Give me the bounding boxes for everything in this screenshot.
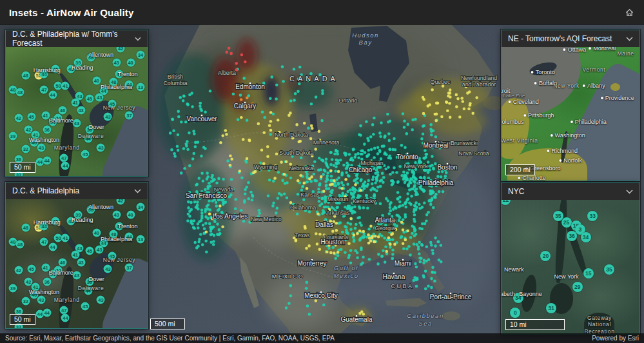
aqi-marker[interactable]: 47 (40, 238, 48, 246)
aqi-marker[interactable]: 45 (85, 95, 93, 103)
inset-ne-forecast-header[interactable]: NE - Tomorrow's AQI Forecast (502, 30, 639, 47)
aqi-marker[interactable]: 43 (104, 113, 112, 121)
aqi-marker[interactable]: 47 (40, 86, 48, 94)
aqi-marker[interactable]: 42 (117, 199, 125, 205)
aqi-marker[interactable]: 36 (567, 231, 577, 241)
aqi-marker[interactable]: 34 (513, 293, 523, 303)
aqi-marker[interactable]: 42 (14, 266, 23, 275)
aqi-marker[interactable]: 48 (110, 78, 118, 86)
aqi-marker[interactable]: 39 (9, 132, 17, 141)
aqi-marker[interactable]: 36 (43, 278, 51, 286)
aqi-marker[interactable]: 43 (97, 144, 105, 152)
home-button[interactable] (614, 0, 644, 24)
aqi-marker[interactable]: 20 (540, 251, 551, 261)
aqi-marker[interactable]: 35 (604, 264, 614, 275)
aqi-marker[interactable]: 13 (137, 83, 145, 92)
aqi-marker[interactable]: 37 (125, 112, 133, 120)
aqi-marker[interactable]: 43 (67, 65, 75, 74)
aqi-marker[interactable]: 43 (37, 296, 46, 304)
aqi-marker[interactable]: 25 (561, 217, 572, 228)
aqi-marker[interactable]: 42 (117, 47, 125, 53)
aqi-marker[interactable]: 39 (9, 284, 17, 293)
aqi-marker[interactable]: 43 (77, 259, 85, 267)
aqi-marker[interactable]: 44 (40, 70, 48, 79)
aqi-marker[interactable]: 44 (48, 118, 57, 126)
aqi-marker[interactable]: 45 (27, 265, 35, 273)
aqi-marker[interactable]: 44 (84, 287, 92, 295)
aqi-marker[interactable]: 41 (41, 112, 50, 120)
aqi-marker[interactable]: 41 (71, 251, 79, 259)
aqi-marker[interactable]: 39 (74, 211, 83, 219)
inset-dc-current-map[interactable]: AllentownReadingHarrisburgTrentonPhilade… (6, 199, 148, 328)
aqi-marker[interactable]: 38 (87, 206, 95, 214)
aqi-marker[interactable]: 44 (48, 91, 57, 99)
aqi-marker[interactable]: 37 (125, 264, 133, 272)
aqi-marker[interactable]: 43 (112, 59, 121, 67)
aqi-marker[interactable]: 32 (21, 297, 30, 306)
aqi-marker[interactable]: 44 (48, 243, 57, 251)
aqi-marker[interactable]: 44 (61, 314, 70, 322)
aqi-marker[interactable]: 40 (115, 222, 124, 231)
aqi-marker[interactable]: 45 (52, 217, 60, 226)
aqi-marker[interactable]: 15 (583, 268, 594, 279)
aqi-marker[interactable]: 41 (41, 264, 50, 272)
aqi-marker[interactable]: 47 (60, 154, 68, 162)
aqi-marker[interactable]: 48 (21, 224, 30, 232)
aqi-marker[interactable]: 39 (74, 59, 83, 67)
inset-dc-forecast-header[interactable]: D.C. & Philadelphia w/ Tomm's Forecast (6, 30, 148, 47)
aqi-marker[interactable]: 22 (502, 200, 511, 205)
aqi-marker[interactable]: 46 (59, 259, 67, 267)
aqi-marker[interactable]: 43 (37, 144, 46, 152)
aqi-marker[interactable]: 44 (125, 81, 133, 89)
aqi-marker[interactable]: 34 (137, 203, 145, 211)
aqi-marker[interactable]: 43 (73, 119, 81, 128)
aqi-marker[interactable]: 31 (546, 303, 556, 313)
aqi-marker[interactable]: 40 (115, 70, 124, 79)
aqi-marker[interactable]: 48 (16, 240, 24, 249)
aqi-marker[interactable]: 45 (108, 252, 117, 260)
aqi-marker[interactable]: 41 (32, 283, 40, 291)
aqi-marker[interactable]: 48 (16, 88, 24, 97)
aqi-marker[interactable]: 48 (21, 72, 30, 80)
aqi-marker[interactable]: 43 (95, 93, 104, 102)
aqi-marker[interactable]: 43 (112, 211, 121, 219)
aqi-marker[interactable]: 44 (40, 222, 48, 231)
inset-nyc-map[interactable]: NewarkNew YorkElizabethBayonneGatewayNat… (502, 200, 639, 334)
aqi-marker[interactable]: 43 (67, 217, 75, 226)
aqi-marker[interactable]: 45 (27, 113, 35, 121)
aqi-marker[interactable]: 41 (61, 82, 70, 90)
aqi-marker[interactable]: 32 (21, 145, 30, 153)
aqi-marker[interactable]: 44 (84, 135, 92, 143)
aqi-marker[interactable]: 0 (510, 308, 520, 318)
aqi-marker[interactable]: 43 (95, 246, 104, 254)
aqi-marker[interactable]: 45 (108, 100, 117, 108)
aqi-marker[interactable]: 40 (126, 211, 135, 219)
aqi-marker[interactable]: 38 (87, 54, 95, 62)
aqi-marker[interactable]: 44 (43, 157, 51, 165)
aqi-marker[interactable]: 36 (43, 126, 51, 134)
aqi-marker[interactable]: 44 (43, 309, 51, 317)
aqi-marker[interactable]: 34 (137, 51, 145, 59)
aqi-marker[interactable]: 43 (97, 296, 105, 304)
aqi-marker[interactable]: 44 (125, 233, 133, 241)
aqi-marker[interactable]: 44 (61, 162, 70, 170)
aqi-marker[interactable]: 41 (71, 99, 79, 107)
inset-dc-forecast-map[interactable]: AllentownReadingHarrisburgTrentonPhilade… (6, 47, 148, 176)
aqi-marker[interactable]: 29 (572, 282, 583, 292)
aqi-marker[interactable]: 38 (85, 126, 93, 134)
inset-nyc-header[interactable]: NYC (502, 183, 639, 200)
aqi-marker[interactable]: 45 (52, 65, 60, 74)
aqi-marker[interactable]: 43 (73, 271, 81, 280)
aqi-marker[interactable]: 34 (581, 232, 591, 242)
aqi-marker[interactable]: 40 (92, 229, 101, 237)
aqi-marker[interactable]: 44 (48, 270, 57, 279)
aqi-marker[interactable]: 40 (126, 59, 135, 67)
aqi-marker[interactable]: 43 (77, 106, 85, 115)
aqi-marker[interactable]: 33 (587, 211, 598, 221)
inset-ne-forecast-map[interactable]: OttawaMontrealMaineTorontoVermontBuffalo… (502, 47, 639, 181)
aqi-marker[interactable]: 48 (110, 230, 118, 239)
aqi-marker[interactable]: 13 (137, 235, 145, 244)
aqi-marker[interactable]: 46 (59, 106, 67, 115)
aqi-marker[interactable]: 40 (92, 77, 101, 85)
aqi-marker[interactable]: 47 (60, 306, 68, 315)
